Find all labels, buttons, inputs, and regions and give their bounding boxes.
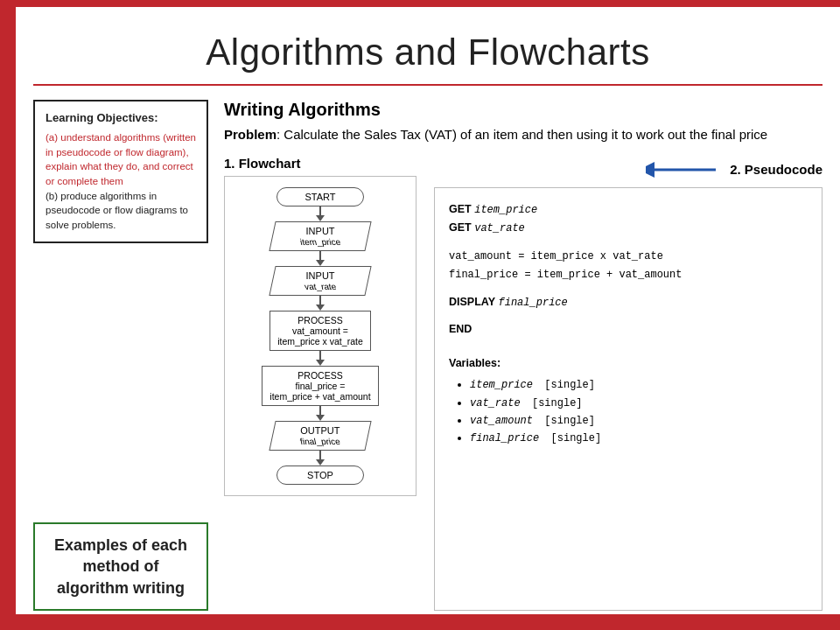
pc-line-end: END — [449, 320, 808, 339]
fc-arrow-6 — [316, 451, 325, 466]
fc-output-shape: OUTPUTfinal_price — [269, 421, 371, 451]
fc-input2-text: INPUTvat_rate — [304, 270, 336, 291]
fc-process2-shape: PROCESSfinal_price =item_price + vat_amo… — [262, 366, 378, 406]
problem-label: Problem — [224, 127, 276, 142]
pc-line-display: DISPLAY final_price — [449, 293, 808, 312]
pc-line-get1: GET item_price — [449, 200, 808, 219]
var-name-vat-rate: vat_rate — [470, 397, 521, 410]
lo-title: Learning Objectives: — [46, 110, 196, 127]
fc-arrowhead — [316, 260, 325, 266]
pc-kw-get2: GET — [449, 221, 472, 234]
var-item-price: item_price [single] — [470, 376, 808, 394]
fc-arrow-1 — [316, 206, 325, 221]
fc-stop-shape: STOP — [276, 466, 364, 485]
pseudocode-arrow-icon — [646, 158, 724, 182]
fc-line — [319, 296, 321, 304]
var-vat-rate: vat_rate [single] — [470, 395, 808, 412]
page-content: Algorithms and Flowcharts Learning Objec… — [16, 7, 840, 614]
fc-output: OUTPUTfinal_price — [272, 421, 368, 451]
lo-black-text: (b) produce algorithms in pseudocode or … — [46, 189, 196, 233]
diagrams-row: 1. Flowchart START IN — [224, 156, 822, 611]
fc-arrow-4 — [316, 351, 325, 366]
pc-line-calc1: vat_amount = item_price x vat_rate — [449, 247, 808, 265]
pc-line-get2: GET vat_rate — [449, 219, 808, 237]
fc-line — [319, 406, 321, 415]
fc-input2: INPUTvat_rate — [272, 266, 368, 296]
pc-kw-end: END — [449, 323, 472, 335]
fc-arrowhead — [316, 215, 325, 221]
learning-objectives-box: Learning Objectives: (a) understand algo… — [33, 100, 208, 243]
pc-kw-get1: GET — [449, 203, 472, 215]
var-vat-amount: vat_amount [single] — [470, 412, 808, 430]
fc-input1: INPUTitem_price — [272, 221, 368, 251]
lo-red-text: (a) understand algorithms (written in ps… — [46, 130, 196, 189]
fc-process1: PROCESSvat_amount =item_price x vat_rate — [270, 311, 370, 351]
fc-arrowhead — [316, 459, 325, 466]
fc-input1-text: INPUTitem_price — [300, 226, 340, 247]
fc-input2-shape: INPUTvat_rate — [269, 266, 371, 296]
pseudocode-area: 2. Pseudocode GET item_price GET vat_rat… — [434, 156, 822, 611]
top-accent — [0, 0, 840, 7]
pc-gap3 — [449, 312, 808, 320]
fc-arrowhead — [316, 360, 325, 366]
flowchart-area: 1. Flowchart START IN — [224, 156, 416, 611]
writing-algorithms-title: Writing Algorithms — [224, 100, 822, 120]
pc-kw-display: DISPLAY — [449, 296, 495, 308]
examples-box: Examples of each method of algorithm wri… — [33, 522, 208, 611]
pc-gap2 — [449, 284, 808, 293]
left-column: Learning Objectives: (a) understand algo… — [33, 100, 208, 611]
var-type-vat-amount: [single] — [544, 415, 595, 427]
fc-line — [319, 451, 321, 459]
fc-input1-shape: INPUTitem_price — [269, 221, 371, 251]
pc-code-vat-amount: vat_amount = item_price x vat_rate — [449, 250, 663, 262]
examples-text: Examples of each method of algorithm wri… — [54, 536, 187, 597]
var-name-item-price: item_price — [470, 379, 533, 391]
flowchart-box: START INPUTitem_price — [224, 176, 416, 496]
fc-arrowhead — [316, 304, 325, 311]
pseudocode-label: 2. Pseudocode — [730, 162, 822, 177]
fc-output-text: OUTPUTfinal_price — [300, 425, 340, 446]
fc-line — [319, 206, 321, 215]
pc-code-final-price: final_price = item_price + vat_amount — [449, 269, 682, 281]
fc-arrow-2 — [316, 251, 325, 266]
pc-var-item-price: item_price — [474, 204, 537, 216]
pc-var-display: final_price — [499, 297, 568, 309]
flowchart-label: 1. Flowchart — [224, 156, 416, 171]
fc-start-shape: START — [276, 187, 364, 206]
pc-gap1 — [449, 238, 808, 247]
fc-process1-shape: PROCESSvat_amount =item_price x vat_rate — [270, 311, 370, 351]
page-title: Algorithms and Flowcharts — [33, 32, 822, 74]
var-name-final-price: final_price — [470, 432, 539, 444]
pseudocode-box: GET item_price GET vat_rate vat_amount =… — [434, 187, 822, 611]
pc-line-calc2: final_price = item_price + vat_amount — [449, 265, 808, 284]
var-name-vat-amount: vat_amount — [470, 415, 533, 427]
variable-list: item_price [single] vat_rate [single] va… — [449, 376, 808, 447]
pseudocode-header: 2. Pseudocode — [434, 156, 822, 182]
var-type-item-price: [single] — [544, 379, 595, 391]
fc-arrow-5 — [316, 406, 325, 421]
left-accent — [0, 0, 16, 630]
problem-body: : Calculate the Sales Tax (VAT) of an it… — [276, 127, 767, 142]
fc-arrowhead — [316, 415, 325, 421]
problem-text: Problem: Calculate the Sales Tax (VAT) o… — [224, 125, 822, 144]
var-type-final-price: [single] — [551, 432, 602, 444]
var-final-price: final_price [single] — [470, 430, 808, 447]
bottom-accent — [0, 614, 840, 630]
fc-line — [319, 351, 321, 360]
main-layout: Learning Objectives: (a) understand algo… — [33, 100, 822, 611]
variables-title: Variables: — [449, 354, 808, 373]
fc-process2: PROCESSfinal_price =item_price + vat_amo… — [262, 366, 378, 406]
fc-start: START — [276, 187, 364, 206]
fc-arrow-3 — [316, 296, 325, 311]
fc-stop: STOP — [276, 466, 364, 485]
var-type-vat-rate: [single] — [532, 397, 583, 410]
right-column: Writing Algorithms Problem: Calculate th… — [224, 100, 822, 611]
pc-var-vat-rate: vat_rate — [474, 222, 525, 234]
pc-gap4 — [449, 339, 808, 347]
title-section: Algorithms and Flowcharts — [33, 16, 822, 86]
fc-line — [319, 251, 321, 260]
